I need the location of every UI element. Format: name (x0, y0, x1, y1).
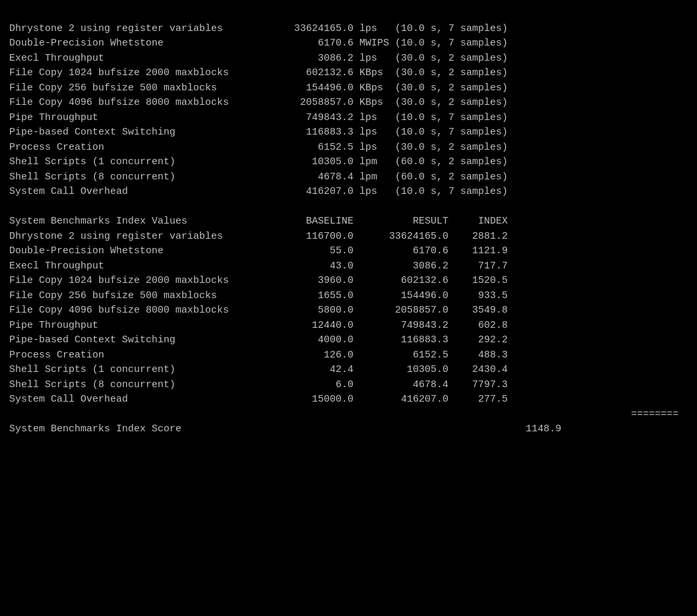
measurement-row: File Copy 256 bufsize 500 maxblocks 1544… (9, 81, 688, 96)
blank1 (9, 7, 688, 22)
measurement-row: File Copy 4096 bufsize 8000 maxblocks 20… (9, 96, 688, 111)
measurement-row: File Copy 1024 bufsize 2000 maxblocks 60… (9, 66, 688, 81)
index-row: Pipe-based Context Switching 4000.0 1168… (9, 333, 688, 348)
measurement-row: Execl Throughput 3086.2 lps (30.0 s, 2 s… (9, 51, 688, 67)
measurement-row: Shell Scripts (1 concurrent) 10305.0 lpm… (9, 155, 688, 170)
index-row: File Copy 1024 bufsize 2000 maxblocks 39… (9, 274, 688, 289)
index-row: System Call Overhead 15000.0 416207.0 27… (9, 392, 688, 408)
index-row: File Copy 4096 bufsize 8000 maxblocks 58… (9, 303, 688, 319)
blank2 (9, 200, 688, 215)
index-row: Pipe Throughput 12440.0 749843.2 602.8 (9, 319, 688, 334)
index-row: Execl Throughput 43.0 3086.2 717.7 (9, 259, 688, 274)
measurement-row: Dhrystone 2 using register variables 336… (9, 22, 688, 37)
index-header-row: System Benchmarks Index Values BASELINE … (9, 214, 688, 230)
index-row: Double-Precision Whetstone 55.0 6170.6 1… (9, 244, 688, 259)
index-row: Dhrystone 2 using register variables 116… (9, 230, 688, 245)
measurement-row: Pipe-based Context Switching 116883.3 lp… (9, 125, 688, 140)
measurement-row: Shell Scripts (8 concurrent) 4678.4 lpm … (9, 170, 688, 185)
measurements-section: Dhrystone 2 using register variables 336… (9, 22, 688, 200)
measurement-row: Process Creation 6152.5 lps (30.0 s, 2 s… (9, 140, 688, 156)
index-row: File Copy 256 bufsize 500 maxblocks 1655… (9, 289, 688, 304)
index-row: Shell Scripts (8 concurrent) 6.0 4678.4 … (9, 378, 688, 393)
score-line: System Benchmarks Index Score 1148.9 (9, 422, 688, 437)
equals-line: ======== (9, 408, 688, 423)
measurement-row: System Call Overhead 416207.0 lps (10.0 … (9, 185, 688, 200)
index-row: Process Creation 126.0 6152.5 488.3 (9, 348, 688, 363)
index-rows: Dhrystone 2 using register variables 116… (9, 230, 688, 408)
index-row: Shell Scripts (1 concurrent) 42.4 10305.… (9, 363, 688, 378)
measurement-row: Pipe Throughput 749843.2 lps (10.0 s, 7 … (9, 111, 688, 126)
measurement-row: Double-Precision Whetstone 6170.6 MWIPS … (9, 36, 688, 51)
index-header: System Benchmarks Index Values BASELINE … (9, 214, 688, 230)
